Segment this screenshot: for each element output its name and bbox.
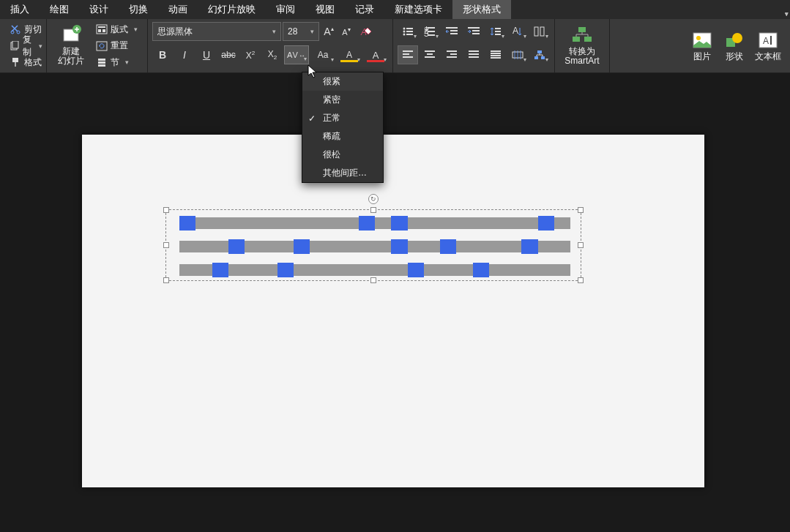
svg-rect-40	[540, 27, 544, 36]
font-color-button[interactable]: A	[363, 45, 388, 64]
check-icon: ✓	[308, 113, 316, 124]
text-line-3	[179, 261, 570, 276]
spacing-very-tight[interactable]: 很紧	[302, 72, 383, 91]
svg-rect-10	[98, 29, 101, 32]
layout-button[interactable]: 版式 ▾	[94, 22, 140, 37]
svg-rect-52	[469, 56, 479, 58]
svg-rect-46	[425, 56, 435, 58]
tab-transition[interactable]: 切换	[119, 0, 158, 19]
spacing-loose[interactable]: 稀疏	[302, 127, 383, 146]
svg-rect-59	[534, 56, 538, 59]
tab-record[interactable]: 记录	[345, 0, 384, 19]
textbox-selection[interactable]: ↻	[165, 209, 581, 281]
chevron-down-icon: ▾	[125, 59, 129, 66]
rotation-handle[interactable]: ↻	[368, 194, 379, 204]
underline-button[interactable]: U	[196, 45, 217, 64]
svg-rect-37	[495, 34, 501, 35]
resize-handle-se[interactable]	[578, 277, 584, 283]
strike-button[interactable]: abc	[218, 45, 239, 64]
align-left-button[interactable]	[398, 45, 418, 64]
superscript-button[interactable]: X2	[240, 45, 261, 64]
spacing-very-loose[interactable]: 很松	[302, 146, 383, 164]
spacing-normal[interactable]: ✓正常	[302, 109, 383, 127]
smartart-small-button[interactable]	[529, 45, 550, 64]
tab-insert[interactable]: 插入	[0, 0, 40, 19]
inc-indent-icon	[468, 26, 480, 37]
layout-icon	[96, 23, 108, 35]
svg-rect-58	[537, 50, 542, 53]
tab-view[interactable]: 视图	[305, 0, 345, 19]
distribute-button[interactable]	[485, 45, 506, 64]
align-center-icon	[425, 50, 435, 59]
align-right-icon	[447, 50, 457, 59]
svg-rect-22	[406, 34, 413, 35]
svg-rect-56	[491, 57, 501, 59]
group-insert: 图片 ▾ 形状 ▾ A 文本框 ▾	[682, 19, 790, 72]
bullets-button[interactable]	[398, 22, 418, 41]
chevron-down-icon: ▾	[310, 28, 314, 35]
group-slides: 新建 幻灯片 版式 ▾ 重置 节 ▾	[47, 19, 148, 72]
resize-handle-sw[interactable]	[163, 277, 169, 283]
group-smartart: 转换为 SmartArt	[555, 19, 610, 72]
section-button[interactable]: 节 ▾	[94, 55, 140, 70]
convert-smartart-button[interactable]: 转换为 SmartArt	[559, 22, 605, 69]
spacing-other[interactable]: 其他间距…	[302, 164, 383, 182]
columns-icon	[534, 26, 545, 37]
clear-format-button[interactable]: A	[356, 22, 376, 41]
slide-canvas[interactable]: ↻	[0, 73, 790, 532]
decrease-font-button[interactable]: A▾	[338, 22, 354, 41]
text-direction-button[interactable]: A	[507, 22, 528, 41]
subscript-button[interactable]: X2	[262, 45, 283, 64]
resize-handle-nw[interactable]	[163, 207, 169, 213]
align-justify-icon	[469, 50, 479, 59]
spacing-tight[interactable]: 紧密	[302, 91, 383, 109]
picture-button[interactable]: 图片 ▾	[686, 22, 718, 69]
tab-newtab[interactable]: 新建选项卡	[384, 0, 452, 19]
italic-button[interactable]: I	[174, 45, 195, 64]
copy-button[interactable]: 复制 ▾	[7, 39, 45, 53]
slide[interactable]: ↻	[82, 135, 704, 487]
textbox-button[interactable]: A 文本框 ▾	[750, 22, 786, 69]
align-right-button[interactable]	[441, 45, 462, 64]
format-painter-button[interactable]: 格式	[7, 55, 45, 70]
svg-rect-20	[406, 31, 413, 32]
tab-design[interactable]: 设计	[79, 0, 119, 19]
font-name-dropdown[interactable]: 思源黑体 ▾	[152, 22, 281, 41]
svg-rect-48	[450, 53, 457, 55]
resize-handle-ne[interactable]	[578, 207, 584, 213]
new-slide-button[interactable]: 新建 幻灯片	[51, 22, 91, 69]
increase-font-button[interactable]: A▴	[321, 22, 337, 41]
reset-button[interactable]: 重置	[94, 39, 140, 53]
dec-indent-button[interactable]	[441, 22, 462, 41]
align-center-button[interactable]	[420, 45, 440, 64]
svg-rect-28	[428, 34, 435, 36]
resize-handle-e[interactable]	[578, 242, 584, 248]
section-icon	[96, 56, 108, 68]
resize-handle-w[interactable]	[163, 242, 169, 248]
columns-button[interactable]	[529, 22, 550, 41]
change-case-button[interactable]: Aa	[310, 45, 335, 64]
line-spacing-button[interactable]	[485, 22, 506, 41]
numbering-button[interactable]: 123	[420, 22, 440, 41]
tab-slideshow[interactable]: 幻灯片放映	[198, 0, 266, 19]
resize-handle-s[interactable]	[370, 277, 376, 283]
highlight-button[interactable]: A	[337, 45, 362, 64]
svg-rect-63	[584, 37, 592, 42]
shapes-button[interactable]: 形状 ▾	[718, 22, 750, 69]
align-justify-button[interactable]	[463, 45, 484, 64]
layout-label: 版式	[111, 23, 128, 36]
char-spacing-button[interactable]: AV↔	[284, 45, 309, 64]
distribute-icon	[491, 50, 501, 59]
bold-button[interactable]: B	[152, 45, 173, 64]
font-size-dropdown[interactable]: 28 ▾	[283, 22, 319, 41]
inc-indent-button[interactable]	[463, 22, 484, 41]
reset-icon	[96, 40, 108, 52]
align-objects-button[interactable]	[507, 45, 528, 64]
tab-animation[interactable]: 动画	[158, 0, 198, 19]
tab-shapeformat[interactable]: 形状格式	[452, 0, 511, 19]
svg-rect-13	[98, 59, 105, 61]
tab-review[interactable]: 审阅	[266, 0, 305, 19]
resize-handle-n[interactable]	[370, 207, 376, 213]
chevron-down-icon: ▾	[134, 26, 138, 33]
tab-draw[interactable]: 绘图	[40, 0, 79, 19]
